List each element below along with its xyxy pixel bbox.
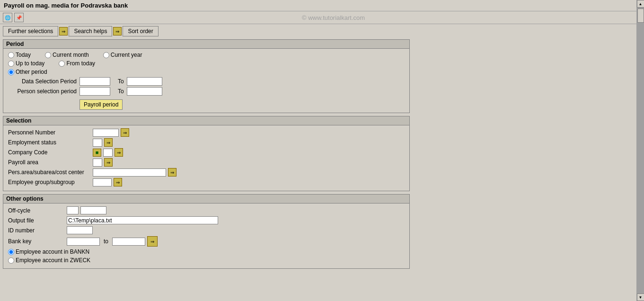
payroll-area-row: Payroll area ⇒ <box>8 158 405 167</box>
radio-current-year[interactable]: Current year <box>103 52 142 58</box>
personnel-number-input[interactable] <box>93 129 119 137</box>
pers-area-row: Pers.area/subarea/cost center ⇒ <box>8 168 405 177</box>
person-selection-period-label: Person selection period <box>8 88 77 95</box>
person-selection-to-label: To <box>118 88 124 95</box>
person-selection-period-to[interactable] <box>127 87 162 96</box>
pin-icon[interactable]: 📌 <box>14 13 24 22</box>
page-title: Payroll on mag. media for Podravska bank <box>4 2 128 9</box>
company-code-arrow-icon[interactable]: ⇒ <box>115 148 123 157</box>
scrollbar[interactable]: ▲ ▼ <box>636 0 644 301</box>
employment-status-row: Employment status ⇒ <box>8 138 405 147</box>
employee-group-arrow-icon[interactable]: ⇒ <box>114 178 122 186</box>
id-number-label: ID number <box>8 227 65 234</box>
off-cycle-row: Off-cycle <box>8 206 405 214</box>
id-number-row: ID number <box>8 226 405 234</box>
radio-employee-bankn[interactable]: Employee account in BANKN <box>8 248 89 255</box>
output-file-input[interactable] <box>67 216 218 224</box>
radio-other-period[interactable]: Other period <box>8 69 47 75</box>
search-helps-arrow-icon[interactable]: ⇒ <box>113 27 122 35</box>
selection-body: Personnel Number ⇒ Employment status ⇒ C… <box>3 125 409 191</box>
period-header: Period <box>3 40 409 49</box>
bank-key-to-input[interactable] <box>112 238 145 246</box>
further-selections-arrow-icon[interactable]: ⇒ <box>59 27 68 35</box>
id-number-input[interactable] <box>67 226 93 234</box>
data-selection-period-to[interactable] <box>127 77 162 86</box>
period-row-2: Up to today From today <box>8 60 405 67</box>
tab-further-selections[interactable]: Further selections <box>3 26 58 36</box>
pers-area-label: Pers.area/subarea/cost center <box>8 169 91 176</box>
personnel-number-row: Personnel Number ⇒ <box>8 128 405 137</box>
company-code-input[interactable] <box>103 149 113 157</box>
pers-area-input[interactable] <box>93 168 166 177</box>
off-cycle-input1[interactable] <box>67 206 79 214</box>
output-file-row: Output file <box>8 216 405 224</box>
employment-status-arrow-icon[interactable]: ⇒ <box>104 138 113 147</box>
employee-group-row: Employee group/subgroup ⇒ <box>8 178 405 186</box>
radio-current-month[interactable]: Current month <box>45 52 89 58</box>
payroll-area-input[interactable] <box>93 159 102 167</box>
tab-sort-order[interactable]: Sort order <box>123 26 158 36</box>
bank-key-row: Bank key to ⇒ <box>8 236 405 247</box>
bank-key-from-input[interactable] <box>67 238 100 246</box>
tab-row: Further selections ⇒ Search helps ⇒ Sort… <box>0 24 644 38</box>
off-cycle-label: Off-cycle <box>8 207 65 214</box>
period-body: Today Current month Current year <box>3 49 409 113</box>
employee-group-label: Employee group/subgroup <box>8 179 91 186</box>
globe-icon[interactable]: 🌐 <box>3 13 12 22</box>
company-code-label: Company Code <box>8 149 91 156</box>
data-selection-period-row: Data Selection Period To <box>8 77 405 86</box>
scroll-up-arrow[interactable]: ▲ <box>637 0 644 8</box>
employment-status-input[interactable] <box>93 139 102 147</box>
employee-group-input[interactable] <box>93 178 112 186</box>
bank-key-to-label: to <box>104 238 108 245</box>
company-code-green-icon[interactable]: ■ <box>93 149 101 157</box>
scroll-down-arrow[interactable]: ▼ <box>637 293 644 301</box>
tab-further-selections-label: Further selections <box>8 28 53 35</box>
employee-account-bankn-row: Employee account in BANKN <box>8 248 405 255</box>
selection-header: Selection <box>3 116 409 125</box>
payroll-area-arrow-icon[interactable]: ⇒ <box>104 158 113 167</box>
person-selection-period-row: Person selection period To <box>8 87 405 96</box>
person-selection-period-from[interactable] <box>79 87 110 96</box>
radio-from-today[interactable]: From today <box>59 60 95 67</box>
scroll-thumb[interactable] <box>637 9 644 23</box>
period-row-1: Today Current month Current year <box>8 52 405 58</box>
watermark: © www.tutorialkart.com <box>26 14 641 21</box>
radio-up-to-today[interactable]: Up to today <box>8 60 44 67</box>
other-options-body: Off-cycle Output file ID number Bank key <box>3 204 409 268</box>
tab-sort-order-label: Sort order <box>128 28 153 35</box>
toolbar: 🌐 📌 © www.tutorialkart.com <box>0 11 644 24</box>
radio-today[interactable]: Today <box>8 52 31 58</box>
other-options-header: Other options <box>3 195 409 204</box>
data-selection-period-from[interactable] <box>79 77 110 86</box>
personnel-number-arrow-icon[interactable]: ⇒ <box>121 128 129 137</box>
pers-area-arrow-icon[interactable]: ⇒ <box>168 168 176 177</box>
left-panel: Period Today Current month Current yea <box>3 39 410 272</box>
tab-search-helps[interactable]: Search helps <box>69 26 112 36</box>
bank-key-arrow-icon[interactable]: ⇒ <box>147 236 158 247</box>
employment-status-label: Employment status <box>8 139 91 146</box>
employee-account-zweck-row: Employee account in ZWECK <box>8 257 405 264</box>
period-section: Period Today Current month Current yea <box>3 39 410 113</box>
period-row-3: Other period <box>8 69 405 75</box>
output-file-label: Output file <box>8 217 65 224</box>
title-bar: Payroll on mag. media for Podravska bank <box>0 0 644 11</box>
data-selection-to-label: To <box>118 78 124 85</box>
off-cycle-input2[interactable] <box>80 206 106 214</box>
payroll-area-label: Payroll area <box>8 159 91 166</box>
company-code-row: Company Code ■ ⇒ <box>8 148 405 157</box>
scroll-track[interactable] <box>637 8 644 293</box>
personnel-number-label: Personnel Number <box>8 129 91 136</box>
bank-key-label: Bank key <box>8 238 65 245</box>
tab-search-helps-label: Search helps <box>74 28 107 35</box>
data-selection-period-label: Data Selection Period <box>8 78 77 85</box>
other-options-section: Other options Off-cycle Output file ID n… <box>3 194 410 269</box>
selection-section: Selection Personnel Number ⇒ Employment … <box>3 116 410 191</box>
radio-employee-zweck[interactable]: Employee account in ZWECK <box>8 257 90 264</box>
main-content: Period Today Current month Current yea <box>0 38 644 273</box>
payroll-period-button[interactable]: Payroll period <box>79 99 123 110</box>
